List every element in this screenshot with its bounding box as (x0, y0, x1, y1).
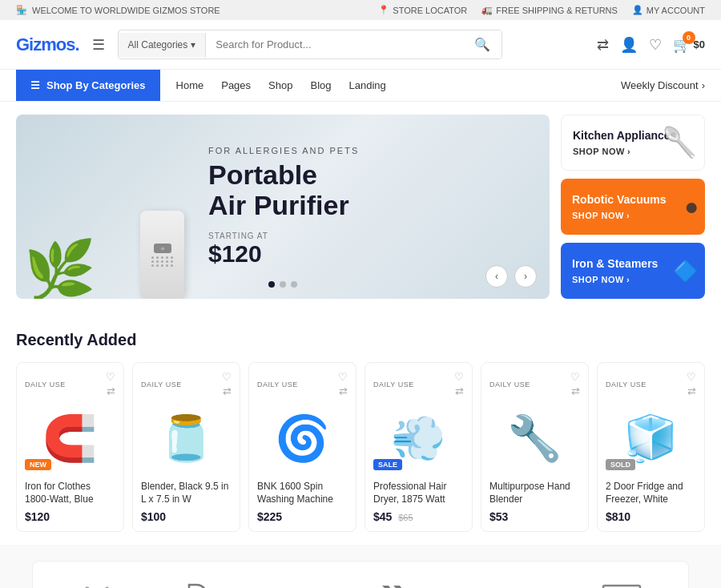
cart-wrapper[interactable]: 🛒 0 $0 (673, 36, 705, 54)
hero-dots (268, 281, 297, 288)
nav-blog[interactable]: Blog (310, 79, 331, 91)
product-card-4: DAILY USE ♡ ⇄ 💨 SALE Professional Hair D… (365, 362, 473, 532)
compare-btn-1[interactable]: ⇄ (107, 385, 115, 397)
wishlist-btn-5[interactable]: ♡ (570, 371, 580, 383)
wishlist-btn-6[interactable]: ♡ (687, 371, 696, 383)
product-actions-5: ♡ ⇄ (570, 371, 580, 397)
robotic-banner-link[interactable]: SHOP NOW › (572, 211, 694, 220)
search-input[interactable] (206, 32, 462, 57)
product-tag-row-1: DAILY USE ♡ ⇄ (25, 371, 115, 397)
hero-price-label: STARTING AT (208, 232, 359, 240)
compare-btn-5[interactable]: ⇄ (571, 385, 580, 397)
product-price-4: $45 $65 (373, 510, 464, 523)
side-banners: Kitchen Appliances SHOP NOW › 🥄 Robotic … (561, 115, 705, 299)
product-name-1: Iron for Clothes 1800-Watt, Blue (25, 481, 115, 505)
store-locator-link[interactable]: 📍 STORE LOCATOR (378, 5, 467, 15)
nav-shop[interactable]: Shop (268, 79, 292, 91)
product-card-5: DAILY USE ♡ ⇄ 🔧 Multipurpose Hand Blende… (481, 362, 589, 532)
compare-btn-6[interactable]: ⇄ (687, 385, 696, 397)
my-account-link[interactable]: 👤 MY ACCOUNT (632, 5, 705, 15)
product-tag-row-4: DAILY USE ♡ ⇄ (373, 371, 464, 397)
product-price-3: $225 (257, 510, 348, 523)
dot-3[interactable] (291, 281, 297, 288)
wishlist-btn-2[interactable]: ♡ (222, 371, 232, 383)
product-tag-row-3: DAILY USE ♡ ⇄ (257, 371, 348, 397)
product-price-6: $810 (606, 510, 696, 523)
compare-icon[interactable]: ⇄ (597, 36, 609, 54)
hero-price: $120 (208, 240, 359, 268)
product-tag-4: DAILY USE (373, 381, 414, 389)
chevron-right-icon: › (702, 79, 705, 91)
product-tag-3: DAILY USE (257, 381, 298, 389)
logo[interactable]: Gizmos. (16, 34, 79, 55)
hero-banner[interactable]: 🌿 ⊙ FOR ALLERGIES AND PETS Portable Air … (16, 115, 550, 299)
nav-bar: ☰ Shop By Categories Home Pages Shop Blo… (0, 70, 721, 102)
truck-icon: 🚛 (481, 5, 493, 15)
menu-icon: ☰ (30, 79, 40, 91)
brand-logo-1 (79, 581, 115, 588)
recently-added-section: Recently Added DAILY USE ♡ ⇄ 🧲 NEW Iron … (0, 312, 721, 545)
dot-1[interactable] (268, 281, 275, 288)
search-category-dropdown[interactable]: All Categories ▾ (119, 33, 207, 57)
compare-btn-2[interactable]: ⇄ (223, 385, 232, 397)
hero-next-button[interactable]: › (514, 265, 537, 288)
store-icon: 🏪 (16, 5, 27, 15)
hamburger-menu[interactable]: ☰ (92, 36, 105, 54)
product-badge-6: SOLD (606, 459, 635, 470)
hero-text: FOR ALLERGIES AND PETS Portable Air Puri… (208, 146, 359, 268)
welcome-text: WELCOME TO WORLDWIDE GIZMOS STORE (32, 6, 220, 15)
nav-pages[interactable]: Pages (221, 79, 251, 91)
product-name-6: 2 Door Fridge and Freezer, White (606, 481, 696, 505)
wishlist-icon[interactable]: ♡ (649, 36, 662, 54)
wishlist-btn-3[interactable]: ♡ (338, 371, 348, 383)
hero-section: 🌿 ⊙ FOR ALLERGIES AND PETS Portable Air … (16, 115, 705, 299)
product-actions-3: ♡ ⇄ (338, 371, 348, 397)
product-tag-1: DAILY USE (25, 381, 66, 389)
product-tag-5: DAILY USE (489, 381, 530, 389)
main-content: 🌿 ⊙ FOR ALLERGIES AND PETS Portable Air … (0, 102, 721, 312)
nav-home[interactable]: Home (176, 79, 204, 91)
compare-btn-4[interactable]: ⇄ (455, 385, 464, 397)
brands-section-wrapper: logodesign nulla IO∞FINTY SQUARE (0, 545, 721, 588)
product-name-2: Blender, Black 9.5 in L x 7.5 in W (141, 481, 232, 505)
product-image-3: 🌀 (257, 402, 348, 474)
kitchen-icon: 🥄 (662, 126, 698, 159)
user-icon: 👤 (632, 5, 643, 15)
wishlist-btn-1[interactable]: ♡ (106, 371, 115, 383)
product-tag-6: DAILY USE (606, 381, 646, 389)
compare-btn-3[interactable]: ⇄ (339, 385, 348, 397)
robotic-icon: ● (684, 193, 699, 220)
side-banner-kitchen[interactable]: Kitchen Appliances SHOP NOW › 🥄 (561, 115, 705, 171)
chevron-down-icon: ▾ (191, 39, 195, 50)
side-banner-robotic[interactable]: Robotic Vacuums SHOP NOW › ● (561, 179, 705, 235)
product-actions-4: ♡ ⇄ (454, 371, 464, 397)
brands-section: logodesign nulla IO∞FINTY SQUARE (32, 561, 689, 588)
header: Gizmos. ☰ All Categories ▾ 🔍 ⇄ 👤 ♡ 🛒 0 $… (0, 20, 721, 70)
free-shipping-link[interactable]: 🚛 FREE SHIPPING & RETURNS (481, 5, 618, 15)
product-card-6: DAILY USE ♡ ⇄ 🧊 SOLD 2 Door Fridge and F… (597, 362, 705, 532)
product-tag-row-6: DAILY USE ♡ ⇄ (606, 371, 696, 397)
shop-by-categories-button[interactable]: ☰ Shop By Categories (16, 70, 160, 101)
cart-icon: 🛒 0 (673, 36, 691, 54)
search-button[interactable]: 🔍 (463, 30, 501, 58)
wishlist-btn-4[interactable]: ♡ (454, 371, 464, 383)
product-name-5: Multipurpose Hand Blender (489, 481, 580, 505)
products-grid: DAILY USE ♡ ⇄ 🧲 NEW Iron for Clothes 180… (16, 362, 705, 532)
weekly-discount-link[interactable]: Weekly Discount › (621, 79, 705, 91)
side-banner-iron[interactable]: Iron & Steamers SHOP NOW › 🔷 (561, 243, 705, 299)
product-tag-row-2: DAILY USE ♡ ⇄ (141, 371, 232, 397)
product-tag-2: DAILY USE (141, 381, 182, 389)
hero-title: Portable Air Purifier (208, 160, 359, 220)
section-title: Recently Added (16, 331, 705, 349)
product-price-5: $53 (489, 510, 580, 523)
nav-landing[interactable]: Landing (349, 79, 386, 91)
hero-appliance-image: ⊙ (140, 211, 184, 299)
product-actions-6: ♡ ⇄ (687, 371, 696, 397)
product-badge-4: SALE (373, 459, 402, 470)
account-icon[interactable]: 👤 (620, 36, 638, 54)
hero-prev-button[interactable]: ‹ (485, 265, 508, 288)
brand-logo-4 (381, 584, 416, 588)
product-actions-2: ♡ ⇄ (222, 371, 232, 397)
product-name-3: BNK 1600 Spin Washing Machine (257, 481, 348, 505)
dot-2[interactable] (280, 281, 286, 288)
